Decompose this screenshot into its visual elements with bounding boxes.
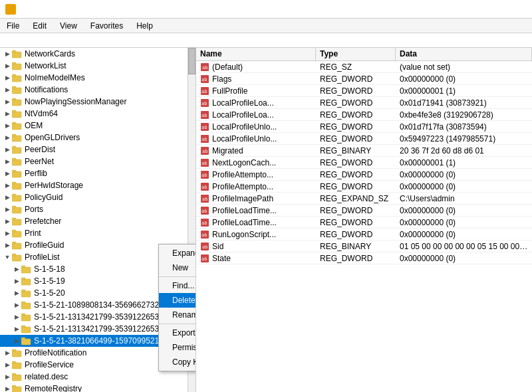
- context-menu-item-permissions---[interactable]: Permissions...: [159, 340, 196, 355]
- menu-item-view[interactable]: View: [53, 20, 84, 32]
- tree-expand-icon[interactable]: ▶: [3, 384, 12, 392]
- tree-item[interactable]: ▶ Ports: [0, 203, 196, 215]
- value-row[interactable]: ab ProfileLoadTime...REG_DWORD0x00000000…: [196, 217, 532, 229]
- value-row[interactable]: ab ProfileImagePathREG_EXPAND_SZC:\Users…: [196, 193, 532, 205]
- tree-expand-icon[interactable]: ▶: [12, 324, 21, 334]
- svg-rect-3: [12, 62, 16, 64]
- tree-expand-icon[interactable]: ▶: [3, 97, 12, 106]
- value-row[interactable]: ab ProfileLoadTime...REG_DWORD0x00000000…: [196, 205, 532, 217]
- tree-item[interactable]: ▶ NetworkList: [0, 60, 196, 72]
- tree-item[interactable]: ▶ NowPlayingSessionManager: [0, 96, 196, 108]
- tree-pane[interactable]: ▶ NetworkCards▶ NetworkList▶ NoImeModelM…: [0, 48, 196, 392]
- tree-expand-icon[interactable]: ▶: [12, 264, 21, 274]
- value-row[interactable]: ab LocalProfileLoa...REG_DWORD0xbe4fe3e8…: [196, 109, 532, 121]
- tree-item[interactable]: ▶ NoImeModelMes: [0, 72, 196, 84]
- tree-item-label: Ports: [25, 205, 43, 214]
- svg-rect-34: [12, 255, 21, 261]
- value-data-cell: 01 05 00 00 00 00 00 05 15 00 00 00 03 d…: [396, 242, 532, 251]
- tree-expand-icon[interactable]: ▶: [3, 121, 12, 130]
- tree-item[interactable]: ▶ NtVdm64: [0, 108, 196, 120]
- tree-expand-icon[interactable]: ▼: [3, 252, 12, 262]
- value-data-cell: 0x00000000 (0): [396, 230, 532, 239]
- svg-rect-19: [12, 158, 16, 160]
- value-row[interactable]: ab LocalProfileUnlo...REG_DWORD0x01d7f17…: [196, 121, 532, 133]
- value-row[interactable]: ab LocalProfileLoa...REG_DWORD0x01d71941…: [196, 97, 532, 109]
- col-header-data[interactable]: Data: [396, 48, 532, 60]
- col-header-name[interactable]: Name: [196, 48, 316, 60]
- tree-expand-icon[interactable]: ▶: [12, 336, 21, 345]
- value-row[interactable]: ab FullProfileREG_DWORD0x00000001 (1): [196, 85, 532, 97]
- folder-icon: [21, 324, 32, 334]
- folder-icon: [12, 85, 23, 94]
- tree-item-label: NetworkList: [25, 61, 66, 70]
- reg-value-icon: ab: [200, 62, 209, 72]
- value-row[interactable]: ab (Default)REG_SZ(value not set): [196, 61, 532, 73]
- tree-expand-icon[interactable]: ▶: [3, 73, 12, 82]
- tree-expand-icon[interactable]: ▶: [3, 193, 12, 202]
- value-row[interactable]: ab StateREG_DWORD0x00000000 (0): [196, 252, 532, 264]
- svg-text:ab: ab: [202, 65, 207, 70]
- svg-rect-6: [12, 88, 21, 94]
- tree-expand-icon[interactable]: ▶: [12, 312, 21, 322]
- menu-item-favorites[interactable]: Favorites: [84, 20, 130, 32]
- context-menu-item-export[interactable]: Export: [159, 326, 196, 340]
- tree-expand-icon[interactable]: ▶: [3, 109, 12, 118]
- folder-icon: [12, 169, 23, 178]
- value-row[interactable]: ab ProfileAttempto...REG_DWORD0x00000000…: [196, 181, 532, 193]
- reg-value-icon: ab: [200, 122, 209, 132]
- col-header-type[interactable]: Type: [316, 48, 396, 60]
- context-menu-item-rename[interactable]: Rename: [159, 308, 196, 322]
- value-row[interactable]: ab ProfileAttempto...REG_DWORD0x00000000…: [196, 169, 532, 181]
- values-pane[interactable]: Name Type Data ab (Default)REG_SZ(value …: [196, 48, 532, 392]
- value-row[interactable]: ab NextLogonCach...REG_DWORD0x00000001 (…: [196, 157, 532, 169]
- tree-item[interactable]: ▶ PolicyGuid: [0, 191, 196, 203]
- menu-item-help[interactable]: Help: [130, 20, 160, 32]
- tree-expand-icon[interactable]: ▶: [3, 205, 12, 214]
- tree-item[interactable]: ▶ PeerNet: [0, 155, 196, 167]
- tree-expand-icon[interactable]: ▶: [3, 181, 12, 190]
- value-row[interactable]: ab MigratedREG_BINARY20 36 7f 2d 60 d8 d…: [196, 145, 532, 157]
- menu-item-file[interactable]: File: [0, 20, 26, 32]
- context-menu-item-find---[interactable]: Find...: [159, 278, 196, 293]
- tree-item[interactable]: ▶ Print: [0, 227, 196, 239]
- tree-item[interactable]: ▶ Prefetcher: [0, 215, 196, 227]
- tree-item[interactable]: ▶ PeerDist: [0, 144, 196, 155]
- tree-expand-icon[interactable]: ▶: [3, 241, 12, 250]
- tree-expand-icon[interactable]: ▶: [12, 300, 21, 310]
- context-menu-item-delete[interactable]: Delete: [159, 293, 196, 308]
- tree-item[interactable]: ▶ RemoteRegistry: [0, 383, 196, 392]
- tree-expand-icon[interactable]: ▶: [3, 145, 12, 154]
- tree-expand-icon[interactable]: ▶: [3, 169, 12, 178]
- menu-item-edit[interactable]: Edit: [26, 20, 53, 32]
- value-row[interactable]: ab RunLogonScript...REG_DWORD0x00000000 …: [196, 229, 532, 241]
- tree-expand-icon[interactable]: ▶: [3, 49, 12, 58]
- tree-item[interactable]: ▶ Notifications: [0, 84, 196, 96]
- tree-item[interactable]: ▶ Perflib: [0, 167, 196, 179]
- value-row[interactable]: ab FlagsREG_DWORD0x00000000 (0): [196, 73, 532, 85]
- tree-expand-icon[interactable]: ▶: [3, 348, 12, 357]
- tree-expand-icon[interactable]: ▶: [3, 360, 12, 369]
- tree-item[interactable]: ▶ related.desc: [0, 371, 196, 383]
- context-menu-item-new[interactable]: New▶: [159, 260, 196, 275]
- tree-expand-icon[interactable]: ▶: [3, 217, 12, 226]
- tree-expand-icon[interactable]: ▶: [3, 85, 12, 94]
- tree-expand-icon[interactable]: ▶: [3, 229, 12, 238]
- tree-expand-icon[interactable]: ▶: [3, 372, 12, 381]
- svg-rect-29: [12, 218, 16, 220]
- tree-item[interactable]: ▶ OEM: [0, 120, 196, 132]
- tree-item[interactable]: ▶ PerHwIdStorage: [0, 179, 196, 191]
- svg-rect-46: [21, 327, 31, 333]
- tree-expand-icon[interactable]: ▶: [3, 133, 12, 142]
- tree-expand-icon[interactable]: ▶: [3, 157, 12, 166]
- tree-item[interactable]: ▶ NetworkCards: [0, 48, 196, 60]
- tree-expand-icon[interactable]: ▶: [3, 61, 12, 70]
- svg-rect-44: [21, 315, 31, 321]
- folder-icon: [12, 61, 23, 70]
- value-row[interactable]: ab SidREG_BINARY01 05 00 00 00 00 00 05 …: [196, 241, 532, 252]
- tree-expand-icon[interactable]: ▶: [12, 288, 21, 298]
- tree-item[interactable]: ▶ OpenGLDrivers: [0, 132, 196, 144]
- context-menu-item-expand[interactable]: Expand: [159, 246, 196, 260]
- value-row[interactable]: ab LocalProfileUnlo...REG_DWORD0x5949722…: [196, 133, 532, 145]
- tree-expand-icon[interactable]: ▶: [12, 276, 21, 286]
- context-menu-item-copy-key-name[interactable]: Copy Key Name: [159, 355, 196, 369]
